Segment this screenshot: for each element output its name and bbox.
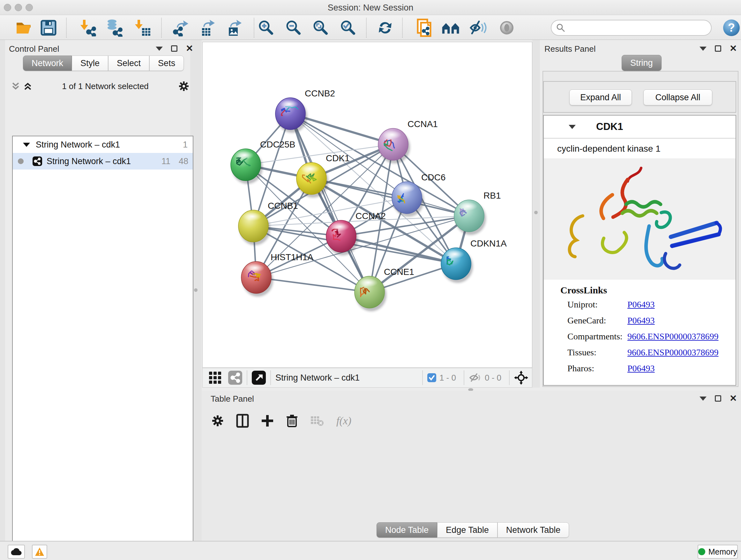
network-node-CDC25B[interactable] — [231, 149, 263, 184]
open-session-icon[interactable] — [15, 18, 34, 37]
function-builder-icon[interactable]: f(x) — [336, 415, 351, 427]
table-settings-gear-icon[interactable] — [211, 415, 224, 427]
selection-status: 1 of 1 Network selected — [32, 81, 178, 91]
footer-separator — [270, 370, 271, 385]
panel-float-icon[interactable] — [715, 395, 721, 401]
network-node-CCNB2[interactable] — [275, 98, 307, 133]
tab-sets[interactable]: Sets — [149, 56, 184, 71]
tab-network-table[interactable]: Network Table — [497, 522, 569, 538]
network-collection-row[interactable]: String Network – cdk1 1 — [13, 136, 193, 153]
zoom-selected-icon[interactable] — [339, 18, 358, 37]
network-list: String Network – cdk1 1 String Network –… — [12, 136, 193, 560]
delete-trash-icon[interactable] — [286, 414, 298, 428]
crosslink-genecard[interactable]: P06493 — [627, 315, 736, 326]
collapse-all-button[interactable]: Collapse All — [643, 89, 712, 105]
right-splitter-handle[interactable] — [534, 211, 538, 214]
protein-structure-image — [544, 159, 736, 280]
panel-close-icon[interactable]: ✕ — [186, 45, 193, 52]
network-node-CCNA1[interactable] — [378, 128, 410, 164]
edge-count: 48 — [179, 157, 188, 166]
cloud-status-button[interactable] — [8, 545, 25, 559]
export-image-icon[interactable] — [224, 18, 243, 37]
cdk1-section-header[interactable]: CDK1 — [544, 116, 736, 138]
string-home-icon[interactable] — [441, 18, 461, 37]
import-network-file-icon[interactable] — [78, 18, 97, 37]
expand-all-icon[interactable] — [23, 81, 32, 91]
network-node-CDKN1A[interactable] — [441, 248, 473, 283]
hide-panel-eye-icon[interactable] — [469, 18, 488, 37]
network-edge-CCNB2-CCNE1[interactable] — [290, 114, 369, 292]
left-splitter-handle[interactable] — [194, 288, 198, 292]
panel-float-icon[interactable] — [715, 45, 721, 52]
crosslink-tissues[interactable]: 9606.ENSP00000378699 — [627, 348, 736, 358]
zoom-fit-icon[interactable] — [311, 18, 330, 37]
network-row-selected[interactable]: String Network – cdk1 11 48 — [13, 153, 193, 170]
protein-description: cyclin-dependent kinase 1 — [544, 138, 736, 159]
collection-count: 1 — [183, 140, 188, 150]
tab-string: String — [622, 55, 662, 71]
collection-expand-icon[interactable] — [23, 143, 30, 147]
help-icon[interactable]: ? — [722, 18, 741, 37]
clone-network-icon[interactable] — [415, 18, 434, 37]
panel-float-icon[interactable] — [171, 45, 178, 52]
tab-edge-table[interactable]: Edge Table — [437, 522, 497, 538]
footer-separator — [422, 370, 423, 385]
toolbar-separator — [161, 18, 162, 38]
control-panel-title: Control Panel — [9, 44, 59, 54]
memory-button[interactable]: Memory — [697, 545, 738, 559]
network-node-RB1[interactable] — [454, 200, 486, 235]
network-edge-CDK1-RB1[interactable] — [312, 179, 469, 216]
network-node-HIST1H1A[interactable] — [241, 261, 273, 297]
refresh-icon[interactable] — [376, 18, 395, 37]
toolbar-separator — [66, 18, 67, 38]
panel-menu-icon[interactable] — [699, 47, 706, 51]
zoom-in-icon[interactable] — [257, 18, 276, 37]
export-network-icon[interactable] — [170, 18, 189, 37]
add-row-plus-icon[interactable] — [261, 415, 274, 427]
section-collapse-icon[interactable] — [569, 125, 576, 129]
toolbar-separator — [402, 18, 403, 38]
control-panel-tabs: Network Style Select Sets — [23, 56, 184, 71]
add-column-icon[interactable] — [236, 414, 249, 428]
export-table-icon[interactable] — [197, 18, 216, 37]
zoom-out-icon[interactable] — [284, 18, 303, 37]
show-panel-eye-icon[interactable] — [497, 18, 516, 37]
tab-select[interactable]: Select — [108, 56, 149, 71]
expand-all-button[interactable]: Expand All — [569, 89, 632, 105]
panel-menu-icon[interactable] — [699, 396, 706, 401]
network-view-icon[interactable] — [228, 371, 242, 385]
network-options-gear-icon[interactable] — [178, 80, 190, 92]
footer-separator — [464, 370, 464, 385]
crosslink-uniprot[interactable]: P06493 — [627, 300, 736, 310]
network-node-CDK1[interactable] — [296, 163, 328, 198]
expand-collapse-box: Expand All Collapse All — [543, 81, 736, 113]
node-count: 11 — [161, 157, 171, 166]
import-network-from-database-icon[interactable] — [105, 18, 124, 37]
crosslink-compartments[interactable]: 9606.ENSP00000378699 — [627, 331, 736, 341]
network-canvas[interactable]: CCNB2CCNA1CDC25BCDK1CDC6RB1CCNB1CCNA2CDK… — [202, 42, 532, 368]
search-input[interactable] — [565, 23, 699, 33]
table-panel-title: Table Panel — [211, 394, 254, 404]
import-table-icon[interactable] — [133, 18, 152, 37]
grid-view-icon[interactable] — [208, 370, 222, 385]
tab-style[interactable]: Style — [72, 56, 108, 71]
tab-network[interactable]: Network — [23, 56, 72, 71]
save-session-icon[interactable] — [39, 18, 58, 37]
crosslink-label: Compartments: — [567, 331, 627, 341]
tab-node-table[interactable]: Node Table — [377, 522, 437, 538]
panel-close-icon[interactable]: ✕ — [730, 395, 737, 401]
birdseye-crosshair-icon[interactable] — [514, 371, 528, 385]
network-node-CCNA2[interactable] — [326, 220, 358, 255]
warning-button[interactable] — [32, 545, 47, 559]
delete-table-icon[interactable] — [310, 415, 324, 427]
panel-menu-icon[interactable] — [156, 47, 163, 51]
network-edge-HIST1H1A-CCNE1[interactable] — [256, 277, 369, 292]
open-in-window-icon[interactable] — [252, 371, 266, 385]
panel-close-icon[interactable]: ✕ — [730, 45, 737, 52]
title-bar: Session: New Session — [0, 0, 741, 15]
crosslink-pharos[interactable]: P06493 — [627, 363, 736, 374]
collapse-all-icon[interactable] — [11, 81, 20, 91]
selected-checkbox-icon[interactable] — [427, 373, 436, 382]
network-view-title: String Network – cdk1 — [275, 373, 360, 383]
search-field[interactable] — [551, 20, 712, 36]
